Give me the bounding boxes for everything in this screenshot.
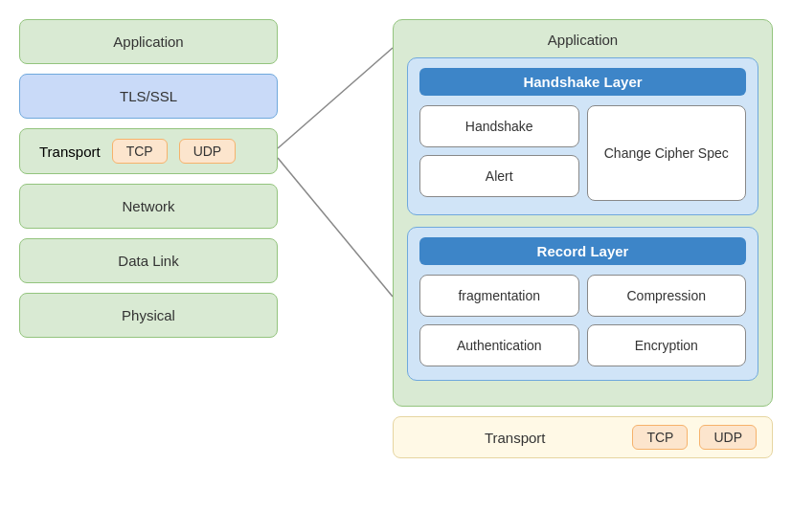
udp-badge-left: UDP (179, 139, 237, 164)
handshake-layer-box: Handshake Layer Handshake Alert Change C… (407, 57, 758, 215)
compression-box: Compression (587, 275, 747, 317)
svg-line-0 (278, 48, 393, 148)
diagram-container: Application TLS/SSL Transport TCP UDP Ne… (0, 0, 792, 532)
fragmentation-box: fragmentation (419, 275, 579, 317)
record-layer-title: Record Layer (419, 237, 746, 265)
handshake-box: Handshake (419, 105, 579, 147)
transport-bar-right: Transport TCP UDP (393, 416, 773, 458)
physical-label: Physical (122, 307, 175, 323)
network-layer: Network (19, 184, 278, 229)
application-label: Application (113, 33, 183, 50)
encryption-box: Encryption (587, 324, 747, 366)
application-outer-box: Application Handshake Layer Handshake Al… (393, 19, 773, 407)
udp-badge-right: UDP (699, 425, 757, 450)
handshake-grid: Handshake Alert Change Cipher Spec (419, 105, 746, 201)
transport-label-right: Transport (409, 430, 621, 446)
right-column: Application Handshake Layer Handshake Al… (393, 19, 773, 458)
svg-line-1 (278, 158, 393, 297)
authentication-box: Authentication (419, 324, 579, 366)
physical-layer: Physical (19, 293, 278, 338)
tls-ssl-layer: TLS/SSL (19, 74, 278, 119)
application-layer-left: Application (19, 19, 278, 64)
left-column: Application TLS/SSL Transport TCP UDP Ne… (19, 19, 278, 338)
transport-label-left: Transport (39, 144, 101, 160)
tcp-badge-right: TCP (632, 425, 688, 450)
record-layer-box: Record Layer fragmentation Compression A… (407, 227, 758, 381)
datalink-label: Data Link (118, 253, 178, 269)
alert-box: Alert (419, 155, 579, 197)
change-cipher-spec-box: Change Cipher Spec (587, 105, 747, 201)
transport-layer-left: Transport TCP UDP (19, 128, 278, 174)
handshake-layer-title: Handshake Layer (419, 68, 746, 96)
tcp-badge-left: TCP (112, 139, 168, 164)
tls-label: TLS/SSL (120, 88, 177, 104)
application-title-right: Application (407, 32, 758, 48)
network-label: Network (122, 198, 174, 214)
datalink-layer: Data Link (19, 238, 278, 283)
record-grid: fragmentation Compression Authentication… (419, 275, 746, 366)
